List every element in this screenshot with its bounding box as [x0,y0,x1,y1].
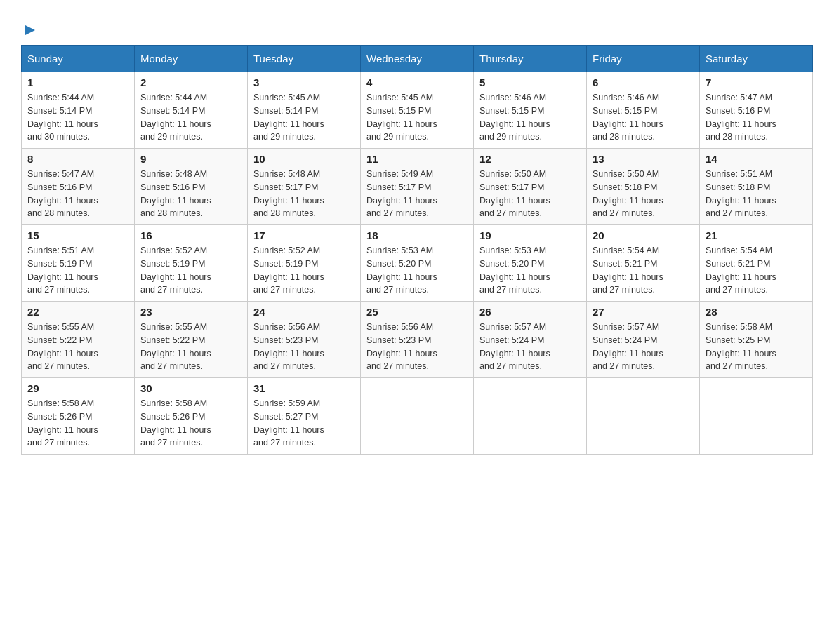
day-number: 8 [27,153,128,165]
calendar-cell: 12 Sunrise: 5:50 AM Sunset: 5:17 PM Dayl… [474,149,587,225]
day-number: 16 [140,229,241,241]
calendar-cell [474,378,587,455]
day-number: 30 [140,382,241,394]
svg-marker-0 [25,25,35,35]
day-info: Sunrise: 5:52 AM Sunset: 5:19 PM Dayligh… [140,244,241,297]
day-number: 20 [593,229,694,241]
day-number: 19 [479,229,581,241]
calendar-cell: 28 Sunrise: 5:58 AM Sunset: 5:25 PM Dayl… [700,302,813,378]
day-number: 14 [706,153,807,165]
day-info: Sunrise: 5:54 AM Sunset: 5:21 PM Dayligh… [593,244,694,297]
calendar-week-row: 1 Sunrise: 5:44 AM Sunset: 5:14 PM Dayli… [22,72,813,149]
calendar-cell: 1 Sunrise: 5:44 AM Sunset: 5:14 PM Dayli… [22,72,135,149]
calendar-cell: 11 Sunrise: 5:49 AM Sunset: 5:17 PM Dayl… [361,149,474,225]
day-number: 23 [140,306,241,318]
calendar-header-row: SundayMondayTuesdayWednesdayThursdayFrid… [22,46,813,72]
day-number: 24 [253,306,355,318]
day-of-week-header: Friday [587,46,700,72]
day-info: Sunrise: 5:46 AM Sunset: 5:15 PM Dayligh… [479,91,581,144]
day-info: Sunrise: 5:49 AM Sunset: 5:17 PM Dayligh… [366,168,468,220]
calendar-cell: 29 Sunrise: 5:58 AM Sunset: 5:26 PM Dayl… [22,378,135,455]
calendar-cell: 18 Sunrise: 5:53 AM Sunset: 5:20 PM Dayl… [361,225,474,302]
day-number: 6 [593,76,694,88]
day-info: Sunrise: 5:58 AM Sunset: 5:26 PM Dayligh… [140,397,241,450]
page-header [21,14,813,38]
day-info: Sunrise: 5:57 AM Sunset: 5:24 PM Dayligh… [479,321,581,373]
day-info: Sunrise: 5:58 AM Sunset: 5:26 PM Dayligh… [27,397,128,450]
calendar-cell [587,378,700,455]
logo-arrow-icon [22,22,38,38]
day-info: Sunrise: 5:44 AM Sunset: 5:14 PM Dayligh… [140,91,241,144]
day-info: Sunrise: 5:45 AM Sunset: 5:15 PM Dayligh… [366,91,468,144]
calendar-week-row: 15 Sunrise: 5:51 AM Sunset: 5:19 PM Dayl… [22,225,813,302]
day-number: 26 [479,306,581,318]
calendar-week-row: 22 Sunrise: 5:55 AM Sunset: 5:22 PM Dayl… [22,302,813,378]
day-info: Sunrise: 5:48 AM Sunset: 5:17 PM Dayligh… [253,168,355,220]
calendar-cell: 27 Sunrise: 5:57 AM Sunset: 5:24 PM Dayl… [587,302,700,378]
calendar-cell: 17 Sunrise: 5:52 AM Sunset: 5:19 PM Dayl… [248,225,361,302]
calendar-cell: 9 Sunrise: 5:48 AM Sunset: 5:16 PM Dayli… [135,149,248,225]
day-info: Sunrise: 5:55 AM Sunset: 5:22 PM Dayligh… [140,321,241,373]
day-number: 5 [479,76,581,88]
day-number: 13 [593,153,694,165]
calendar-table: SundayMondayTuesdayWednesdayThursdayFrid… [21,45,813,455]
day-number: 4 [366,76,468,88]
calendar-cell: 23 Sunrise: 5:55 AM Sunset: 5:22 PM Dayl… [135,302,248,378]
day-info: Sunrise: 5:58 AM Sunset: 5:25 PM Dayligh… [706,321,807,373]
day-number: 12 [479,153,581,165]
calendar-week-row: 8 Sunrise: 5:47 AM Sunset: 5:16 PM Dayli… [22,149,813,225]
day-number: 28 [706,306,807,318]
day-info: Sunrise: 5:56 AM Sunset: 5:23 PM Dayligh… [253,321,355,373]
day-of-week-header: Tuesday [248,46,361,72]
day-info: Sunrise: 5:57 AM Sunset: 5:24 PM Dayligh… [593,321,694,373]
calendar-cell: 30 Sunrise: 5:58 AM Sunset: 5:26 PM Dayl… [135,378,248,455]
calendar-cell: 21 Sunrise: 5:54 AM Sunset: 5:21 PM Dayl… [700,225,813,302]
day-of-week-header: Wednesday [361,46,474,72]
day-number: 11 [366,153,468,165]
calendar-cell: 20 Sunrise: 5:54 AM Sunset: 5:21 PM Dayl… [587,225,700,302]
day-number: 15 [27,229,128,241]
calendar-cell: 6 Sunrise: 5:46 AM Sunset: 5:15 PM Dayli… [587,72,700,149]
day-of-week-header: Monday [135,46,248,72]
day-number: 31 [253,382,355,394]
day-number: 10 [253,153,355,165]
day-info: Sunrise: 5:55 AM Sunset: 5:22 PM Dayligh… [27,321,128,373]
day-number: 18 [366,229,468,241]
calendar-cell: 2 Sunrise: 5:44 AM Sunset: 5:14 PM Dayli… [135,72,248,149]
day-number: 3 [253,76,355,88]
calendar-cell: 5 Sunrise: 5:46 AM Sunset: 5:15 PM Dayli… [474,72,587,149]
day-info: Sunrise: 5:50 AM Sunset: 5:18 PM Dayligh… [593,168,694,220]
calendar-cell: 31 Sunrise: 5:59 AM Sunset: 5:27 PM Dayl… [248,378,361,455]
calendar-cell: 19 Sunrise: 5:53 AM Sunset: 5:20 PM Dayl… [474,225,587,302]
day-number: 1 [27,76,128,88]
day-of-week-header: Sunday [22,46,135,72]
calendar-cell: 25 Sunrise: 5:56 AM Sunset: 5:23 PM Dayl… [361,302,474,378]
calendar-cell: 24 Sunrise: 5:56 AM Sunset: 5:23 PM Dayl… [248,302,361,378]
day-info: Sunrise: 5:47 AM Sunset: 5:16 PM Dayligh… [27,168,128,220]
day-info: Sunrise: 5:51 AM Sunset: 5:18 PM Dayligh… [706,168,807,220]
day-info: Sunrise: 5:59 AM Sunset: 5:27 PM Dayligh… [253,397,355,450]
calendar-cell: 4 Sunrise: 5:45 AM Sunset: 5:15 PM Dayli… [361,72,474,149]
day-number: 9 [140,153,241,165]
day-info: Sunrise: 5:44 AM Sunset: 5:14 PM Dayligh… [27,91,128,144]
day-info: Sunrise: 5:56 AM Sunset: 5:23 PM Dayligh… [366,321,468,373]
day-number: 7 [706,76,807,88]
day-number: 22 [27,306,128,318]
calendar-cell: 16 Sunrise: 5:52 AM Sunset: 5:19 PM Dayl… [135,225,248,302]
calendar-cell: 14 Sunrise: 5:51 AM Sunset: 5:18 PM Dayl… [700,149,813,225]
day-number: 21 [706,229,807,241]
calendar-cell: 22 Sunrise: 5:55 AM Sunset: 5:22 PM Dayl… [22,302,135,378]
day-of-week-header: Saturday [700,46,813,72]
calendar-cell: 3 Sunrise: 5:45 AM Sunset: 5:14 PM Dayli… [248,72,361,149]
calendar-cell: 8 Sunrise: 5:47 AM Sunset: 5:16 PM Dayli… [22,149,135,225]
calendar-cell [361,378,474,455]
day-number: 29 [27,382,128,394]
day-of-week-header: Thursday [474,46,587,72]
calendar-cell: 7 Sunrise: 5:47 AM Sunset: 5:16 PM Dayli… [700,72,813,149]
logo [21,21,38,38]
day-number: 17 [253,229,355,241]
day-info: Sunrise: 5:45 AM Sunset: 5:14 PM Dayligh… [253,91,355,144]
day-info: Sunrise: 5:53 AM Sunset: 5:20 PM Dayligh… [366,244,468,297]
day-info: Sunrise: 5:47 AM Sunset: 5:16 PM Dayligh… [706,91,807,144]
day-number: 2 [140,76,241,88]
